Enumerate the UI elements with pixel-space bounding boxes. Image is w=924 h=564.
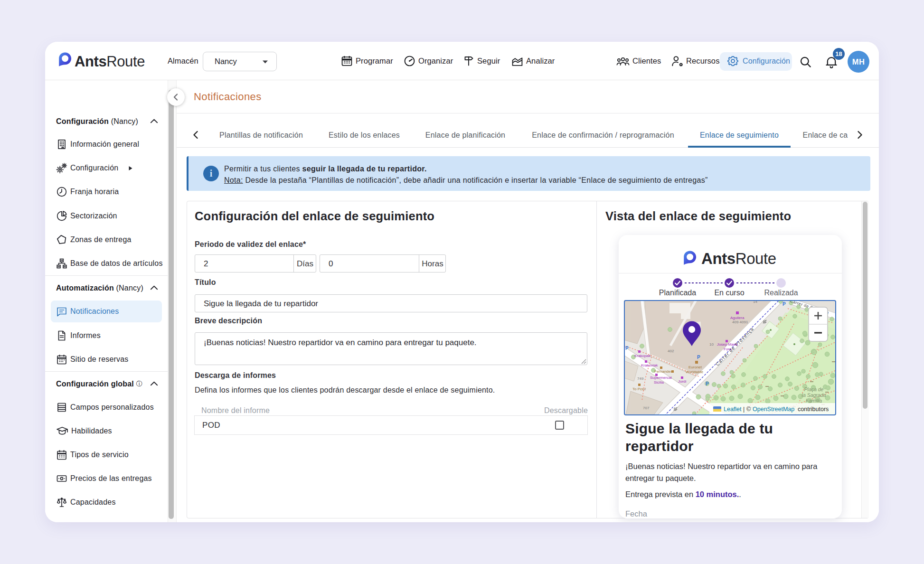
svg-text:contributors: contributors — [798, 406, 829, 413]
svg-text:Fernandes: Fernandes — [654, 369, 672, 374]
svg-text:|: | — [743, 406, 745, 413]
svg-text:Plaça de: Plaça de — [804, 386, 824, 392]
svg-text:707: 707 — [643, 406, 650, 410]
svg-text:Família: Família — [806, 398, 822, 404]
svg-text:Josep Maria: Josep Maria — [717, 342, 738, 347]
svg-text:la Sagrada: la Sagrada — [802, 392, 826, 398]
svg-text:Aguilera: Aguilera — [730, 316, 745, 320]
svg-text:409 4091: 409 4091 — [732, 320, 748, 324]
svg-text:To Pciu!: To Pciu! — [632, 387, 646, 391]
svg-text:Forn: Forn — [724, 347, 731, 351]
svg-text:Leaflet: Leaflet — [724, 406, 742, 413]
svg-text:P: P — [625, 346, 629, 351]
svg-text:Worldwide: Worldwide — [686, 370, 704, 374]
svg-text:P: P — [697, 355, 700, 360]
svg-text:Euronet: Euronet — [688, 365, 702, 369]
svg-text:P: P — [783, 301, 786, 307]
svg-text:Jordi: Jordi — [678, 379, 687, 384]
svg-text:Krakopak: Krakopak — [634, 354, 651, 358]
svg-text:Supermercat: Supermercat — [650, 376, 672, 380]
svg-text:P: P — [706, 381, 709, 386]
svg-text:OpenStreetMap: OpenStreetMap — [753, 406, 794, 413]
svg-text:402: 402 — [668, 349, 674, 353]
svg-text:Sicilia: Sicilia — [654, 380, 664, 385]
svg-text:749: 749 — [637, 376, 644, 381]
svg-text:10: 10 — [709, 342, 714, 347]
svg-text:Krakoviak: Krakoviak — [641, 363, 658, 367]
svg-text:©: © — [746, 406, 751, 413]
